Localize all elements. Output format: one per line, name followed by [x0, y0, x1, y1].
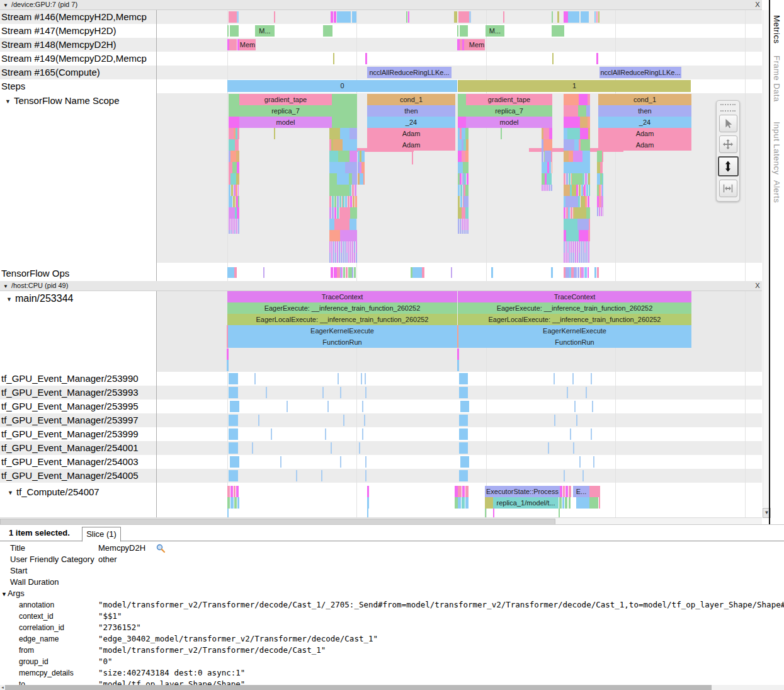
event-tick[interactable]	[359, 442, 360, 454]
trace-block-fragment[interactable]	[457, 25, 458, 37]
trace-block-fragment[interactable]	[594, 11, 596, 23]
trace-block-fragment[interactable]	[274, 128, 275, 139]
trace-block-fragment[interactable]	[227, 486, 230, 497]
trace-block-fragment[interactable]	[576, 497, 589, 509]
event-tick[interactable]	[564, 470, 565, 481]
trace-block-fragment[interactable]	[229, 105, 239, 117]
trace-block-fragment[interactable]	[599, 497, 600, 509]
trace-block[interactable]: Mem	[239, 39, 256, 50]
collapse-arrow-icon[interactable]: ▼	[6, 296, 12, 302]
trace-block-fragment[interactable]	[367, 486, 369, 497]
trace-block-fragment[interactable]	[408, 11, 409, 23]
trace-block[interactable]: cond_1	[598, 94, 691, 105]
trace-block-fragment[interactable]	[493, 509, 494, 517]
event-block[interactable]	[460, 401, 469, 412]
trace-block-fragment[interactable]	[552, 53, 554, 64]
trace-block-fragment[interactable]	[457, 348, 459, 360]
trace-block-fragment[interactable]	[465, 486, 469, 497]
trace-block[interactable]: Adam	[367, 128, 455, 139]
trace-block-fragment[interactable]	[462, 486, 465, 497]
trace-block-fragment[interactable]	[227, 497, 230, 509]
event-tick[interactable]	[254, 373, 256, 384]
event-tick[interactable]	[327, 401, 329, 412]
event-tick[interactable]	[586, 387, 587, 398]
event-tick[interactable]	[271, 428, 272, 440]
trace-block[interactable]: cond_1	[367, 94, 455, 105]
trace-block[interactable]: Adam	[598, 128, 691, 139]
event-tick[interactable]	[573, 442, 574, 454]
scroll-left-arrow-icon[interactable]: ◂	[0, 685, 5, 690]
trace-block-fragment[interactable]	[464, 39, 469, 50]
collapse-arrow-icon[interactable]: ▼	[1, 591, 7, 597]
trace-dense-cluster[interactable]	[229, 128, 239, 234]
trace-block-fragment[interactable]	[565, 497, 567, 509]
event-block[interactable]	[229, 428, 238, 440]
trace-block-fragment[interactable]	[227, 25, 229, 37]
trace-block-fragment[interactable]	[229, 39, 237, 50]
event-tick[interactable]	[593, 456, 594, 468]
event-tick[interactable]	[296, 470, 297, 481]
event-tick[interactable]	[554, 415, 555, 426]
side-tab-frame-data[interactable]: Frame Data	[772, 55, 781, 102]
event-block[interactable]	[459, 442, 468, 454]
event-tick[interactable]	[325, 428, 326, 440]
trace-block[interactable]: then	[598, 105, 691, 117]
side-tab-input-latency[interactable]: Input Latency	[772, 122, 781, 175]
event-tick[interactable]	[591, 373, 592, 384]
event-tick[interactable]	[574, 401, 576, 412]
trace-block-fragment[interactable]	[503, 11, 504, 23]
trace-dense-cluster[interactable]	[331, 267, 356, 278]
trace-block-fragment[interactable]	[332, 105, 357, 117]
trace-block-fragment[interactable]	[469, 11, 471, 23]
trace-block-fragment[interactable]	[337, 11, 351, 23]
event-block[interactable]	[229, 415, 238, 426]
event-tick[interactable]	[570, 428, 571, 440]
trace-block-fragment[interactable]	[237, 11, 239, 23]
drag-handle-icon[interactable]	[720, 104, 736, 112]
trace-block-fragment[interactable]	[458, 117, 466, 128]
trace-block-fragment[interactable]	[597, 267, 599, 278]
trace-block-fragment[interactable]	[274, 11, 275, 23]
trace-block[interactable]: EagerExecute: __inference_train_function…	[458, 302, 691, 314]
trace-block-fragment[interactable]	[552, 11, 553, 23]
event-tick[interactable]	[365, 456, 366, 468]
trace-dense-cluster[interactable]	[542, 128, 552, 191]
trace-block-fragment[interactable]	[568, 11, 579, 23]
trace-block-fragment[interactable]	[365, 53, 367, 64]
event-tick[interactable]	[579, 456, 581, 468]
page-horizontal-scrollbar[interactable]: ◂	[0, 685, 784, 690]
event-tick[interactable]	[582, 470, 584, 481]
trace-dense-cluster[interactable]	[458, 128, 469, 234]
trace-block-fragment[interactable]	[485, 497, 493, 509]
trace-block-fragment[interactable]	[458, 105, 466, 117]
trace-block-fragment[interactable]	[263, 267, 264, 278]
event-block[interactable]	[459, 387, 468, 398]
event-tick[interactable]	[338, 373, 339, 384]
trace-block-fragment[interactable]	[596, 53, 598, 64]
trace-block[interactable]: gradient_tape	[239, 94, 332, 105]
trace-block[interactable]: ncclAllReduceRingLLKe...	[599, 67, 681, 78]
trace-block[interactable]: ncclAllReduceRingLLKe...	[367, 67, 452, 78]
event-tick[interactable]	[592, 401, 593, 412]
trace-block-fragment[interactable]	[451, 267, 452, 278]
trace-block-fragment[interactable]	[458, 94, 466, 105]
trace-block[interactable]: FunctionRun	[458, 336, 691, 348]
trace-block-fragment[interactable]	[491, 267, 493, 278]
trace-block-fragment[interactable]	[569, 486, 571, 497]
trace-block-fragment[interactable]	[559, 497, 562, 509]
event-block[interactable]	[459, 470, 468, 481]
trace-block-fragment[interactable]	[460, 25, 468, 37]
trace-dense-cluster[interactable]	[597, 151, 603, 216]
trace-block[interactable]: replica_7	[466, 105, 552, 117]
trace-block-fragment[interactable]	[457, 325, 458, 348]
event-tick[interactable]	[554, 373, 555, 384]
trace-dense-cluster[interactable]	[329, 128, 357, 263]
trace-block[interactable]: EagerLocalExecute: __inference_train_fun…	[227, 314, 457, 325]
trace-block[interactable]: EagerKernelExecute	[227, 325, 457, 336]
event-tick[interactable]	[361, 373, 362, 384]
trace-block-fragment[interactable]	[331, 11, 333, 23]
trace-block[interactable]: E...	[573, 486, 589, 497]
trace-block[interactable]: FunctionRun	[227, 336, 457, 348]
trace-block-fragment[interactable]	[234, 497, 237, 509]
event-tick[interactable]	[322, 387, 324, 398]
